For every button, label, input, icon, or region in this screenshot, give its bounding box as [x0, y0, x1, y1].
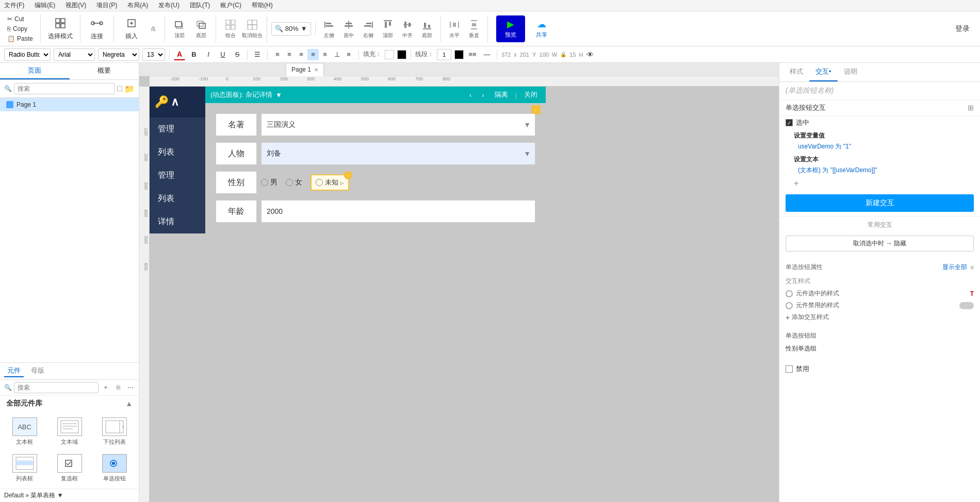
insert-button[interactable]: 插入 [118, 15, 145, 42]
preview-button[interactable]: ▶ 预览 [496, 15, 525, 42]
component-menu-icon[interactable]: ⋯ [125, 382, 136, 393]
default-style-tag[interactable]: Default » 菜单表格 ▼ [0, 489, 139, 502]
add-interaction-style-row[interactable]: + 添加交互样式 [779, 311, 980, 323]
canvas-area[interactable]: -200 -100 0 100 200 300 400 500 600 700 … [139, 76, 779, 502]
zoom-control[interactable]: 🔍 80% ▼ [271, 22, 311, 36]
age-input[interactable]: 2000 [261, 200, 535, 223]
folder-icon[interactable]: 📁 [124, 84, 135, 94]
dialog-isolate-button[interactable]: 隔离 [492, 89, 511, 101]
page-search-input[interactable] [14, 83, 115, 94]
cancel-select-button[interactable]: 取消选中时 → 隐藏 [786, 236, 974, 252]
unknown-radio-box[interactable]: 未知 ⚡ ▹ [311, 174, 349, 191]
line-width-input[interactable] [437, 49, 451, 60]
nav-item-list1[interactable]: 列表 [150, 141, 205, 164]
menu-publish[interactable]: 发布(U) [156, 0, 182, 11]
line-color-box[interactable] [454, 50, 464, 59]
text-valign2-button[interactable]: ≡ [343, 49, 354, 60]
page1-tab[interactable]: Page 1 ✕ [286, 63, 324, 76]
component-item-checkbox[interactable]: 复选框 [49, 452, 90, 484]
component-item-listbox[interactable]: 列表框 [4, 452, 45, 484]
menu-help[interactable]: 帮助(H) [250, 0, 275, 11]
strikethrough-button[interactable]: S [232, 49, 243, 60]
align-middle-button[interactable]: 中齐 [398, 15, 417, 42]
menu-view[interactable]: 视图(V) [63, 0, 88, 11]
component-item-textfield[interactable]: ABC 文本框 [4, 415, 45, 448]
disable-checkbox[interactable] [786, 365, 793, 373]
distribute-h-button[interactable]: 水平 [445, 15, 464, 42]
align-center-button[interactable]: 居中 [339, 15, 358, 42]
group-button[interactable]: 组合 [220, 15, 241, 42]
radio-male[interactable]: 男 [261, 178, 277, 187]
fill-color-black[interactable] [397, 50, 406, 59]
text-align-right-button[interactable]: ≡ [296, 49, 307, 60]
prop-menu-icon[interactable]: ≡ [970, 264, 974, 271]
nav-item-manage2[interactable]: 管理 [150, 164, 205, 187]
book-input[interactable]: 三国演义 ▼ [261, 113, 535, 136]
component-type-select[interactable]: Radio Button [4, 48, 51, 61]
select-mode-button[interactable]: 选择模式 [45, 15, 76, 42]
login-button[interactable]: 登录 [949, 22, 976, 35]
dialog-next-button[interactable]: › [479, 90, 487, 100]
component-item-dropdown[interactable]: ▼ 下拉列表 [94, 415, 135, 448]
tab-interact[interactable]: 交互• [809, 63, 838, 81]
bold-button[interactable]: B [188, 49, 200, 60]
distribute-v-button[interactable]: 垂直 [465, 15, 483, 42]
menu-team[interactable]: 团队(T) [188, 0, 212, 11]
text-align-extra-button[interactable]: ≡ [319, 49, 331, 60]
new-interaction-button[interactable]: 新建交互 [786, 194, 974, 212]
person-input[interactable]: 刘备 ▼ [261, 142, 535, 165]
component-search-input[interactable] [14, 382, 99, 393]
add-action-row[interactable]: + [779, 177, 980, 190]
page1-item[interactable]: Page 1 [0, 98, 139, 111]
dialog-dropdown-icon[interactable]: ▼ [275, 91, 282, 99]
menu-file[interactable]: 文件(F) [2, 0, 26, 11]
copy-button[interactable]: ⎘ Copy [4, 24, 36, 34]
text-valign-button[interactable]: ⊥ [331, 49, 342, 60]
add-page-icon[interactable]: □ [117, 84, 122, 93]
page1-tab-close[interactable]: ✕ [314, 67, 318, 73]
line-style-button[interactable]: ≡≡ [467, 49, 478, 60]
tab-explain[interactable]: 说明 [838, 63, 863, 81]
align-top-button[interactable]: 顶部 [379, 15, 397, 42]
text-align-left-button[interactable]: ≡ [272, 49, 283, 60]
italic-button[interactable]: I [203, 49, 214, 60]
interaction-expand-icon[interactable]: ⊞ [968, 104, 974, 112]
cut-button[interactable]: ✂ Cut [4, 14, 36, 24]
nav-item-detail[interactable]: 详情 [150, 210, 205, 233]
nav-item-list2[interactable]: 列表 [150, 187, 205, 210]
menu-layout[interactable]: 布局(A) [125, 0, 150, 11]
line-end-button[interactable]: — [481, 49, 493, 60]
align-bottom-button[interactable]: 底部 [418, 15, 436, 42]
menu-account[interactable]: 账户(C) [218, 0, 243, 11]
menu-edit[interactable]: 编辑(E) [32, 0, 57, 11]
prop-show-all-button[interactable]: 显示全部 [942, 263, 967, 272]
tab-pages[interactable]: 页面 [0, 63, 70, 79]
tab-masters[interactable]: 母版 [28, 365, 47, 377]
connect-button[interactable]: 连接 [85, 15, 109, 42]
align-left-button[interactable]: 左侧 [320, 15, 338, 42]
tab-outline[interactable]: 概要 [70, 63, 139, 79]
dialog-prev-button[interactable]: ‹ [466, 90, 475, 100]
interact-style2-toggle[interactable] [959, 302, 974, 309]
text-align-justify-button[interactable]: ≡ [307, 49, 319, 60]
component-copy-icon[interactable]: ⎘ [113, 382, 123, 393]
selected-checkbox[interactable]: ✓ [786, 119, 793, 126]
align-right-button[interactable]: 右侧 [359, 15, 378, 42]
text-align-center-button[interactable]: ≡ [284, 49, 295, 60]
fill-color-white[interactable] [385, 50, 394, 59]
font-color-a-button[interactable]: A [174, 49, 185, 60]
menu-project[interactable]: 项目(P) [94, 0, 119, 11]
radio-female[interactable]: 女 [286, 178, 302, 187]
components-collapse-icon[interactable]: ▲ [125, 399, 133, 408]
font-weight-select[interactable]: Negreta [98, 48, 139, 61]
bottom-layer-button[interactable]: 底层 [191, 15, 211, 42]
underline-button[interactable]: U [217, 49, 228, 60]
tab-components[interactable]: 元件 [4, 365, 24, 377]
bullet-list-button[interactable]: ☰ [252, 49, 263, 60]
tab-style[interactable]: 样式 [783, 63, 809, 81]
nav-item-manage1[interactable]: 管理 [150, 118, 205, 141]
component-add-icon[interactable]: + [101, 382, 111, 393]
dot-button[interactable]: 点 [146, 15, 160, 42]
font-family-select[interactable]: Arial [54, 48, 95, 61]
paste-button[interactable]: 📋 Paste [4, 34, 36, 43]
